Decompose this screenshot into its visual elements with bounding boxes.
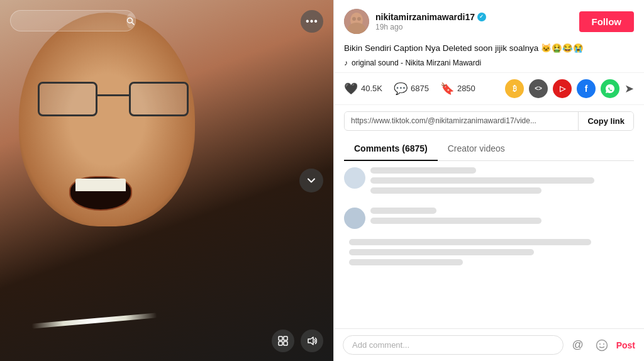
crypto-share-icon[interactable]: ₿	[505, 79, 524, 98]
video-controls	[272, 330, 323, 352]
tabs-row: Comments (6875) Creator videos	[344, 137, 634, 161]
caption-text: Bikin Sendiri Caption Nya Deleted soon j…	[344, 43, 634, 55]
glass-bridge	[97, 94, 129, 96]
follow-button[interactable]: Follow	[579, 11, 635, 32]
post-comment-button[interactable]: Post	[616, 340, 635, 350]
url-bar: https://www.tiktok.com/@nikitamirzanimaw…	[344, 111, 634, 131]
comment-content	[370, 167, 634, 197]
add-comment-bar: @ Post	[334, 328, 644, 361]
post-detail-panel: nikitamirzanimawardi17 ✓ 19h ago Follow …	[333, 0, 644, 361]
svg-point-14	[603, 343, 604, 345]
teeth	[75, 179, 126, 191]
comments-area[interactable]	[334, 161, 644, 328]
comment-line	[370, 208, 436, 214]
facebook-share-icon[interactable]: f	[577, 79, 596, 98]
comment-line	[370, 167, 476, 174]
svg-point-13	[599, 343, 601, 345]
username: nikitamirzanimawardi17	[375, 12, 475, 22]
tab-creator-videos[interactable]: Creator videos	[438, 137, 515, 161]
svg-rect-3	[284, 336, 287, 340]
sound-row: ♪ original sound - Nikita Mirzani Maward…	[344, 58, 634, 67]
search-input[interactable]	[17, 16, 123, 26]
emoji-icon[interactable]	[592, 336, 611, 355]
search-icon[interactable]	[126, 13, 135, 28]
comment-icon: 💬	[394, 82, 408, 96]
search-bar[interactable]	[10, 10, 136, 31]
comment-avatar	[344, 208, 365, 229]
post-header: nikitamirzanimawardi17 ✓ 19h ago Follow	[334, 0, 644, 40]
svg-point-10	[352, 17, 356, 21]
comment-action[interactable]: 💬 6875	[394, 82, 429, 96]
scroll-down-button[interactable]	[299, 169, 323, 192]
avatar	[344, 9, 369, 34]
heart-icon: 🖤	[344, 82, 358, 96]
code-share-icon[interactable]: <>	[529, 79, 548, 98]
comment-line	[349, 259, 463, 265]
layout-toggle-button[interactable]	[272, 330, 294, 352]
comment-item	[344, 167, 634, 197]
bookmarks-count: 2850	[457, 84, 475, 93]
copy-link-button[interactable]: Copy link	[578, 112, 633, 130]
glasses	[38, 82, 189, 119]
add-comment-input[interactable]	[343, 335, 564, 355]
action-bar: 🖤 40.5K 💬 6875 🔖 2850 ₿ <> ▷ f	[334, 72, 644, 105]
mention-icon[interactable]: @	[569, 336, 587, 355]
user-info: nikitamirzanimawardi17 ✓ 19h ago	[375, 12, 573, 31]
sound-button[interactable]	[301, 330, 323, 352]
whatsapp-share-icon[interactable]	[601, 79, 619, 98]
verified-badge: ✓	[477, 13, 486, 21]
svg-point-12	[596, 340, 607, 350]
bookmark-action[interactable]: 🔖 2850	[440, 82, 475, 96]
comment-content	[370, 208, 634, 228]
comment-line	[370, 187, 541, 194]
comment-line	[349, 239, 591, 245]
share-icons-group: ₿ <> ▷ f ➤	[505, 79, 634, 98]
caption-area: Bikin Sendiri Caption Nya Deleted soon j…	[334, 40, 644, 72]
comment-line	[370, 218, 541, 224]
more-options-button[interactable]: •••	[301, 10, 323, 33]
mouth	[69, 176, 132, 211]
video-content	[0, 0, 214, 239]
comment-line	[349, 249, 534, 255]
svg-rect-5	[284, 342, 287, 345]
tiktok-share-icon[interactable]: ▷	[553, 79, 572, 98]
comment-item	[344, 239, 634, 265]
svg-rect-4	[279, 342, 282, 345]
comment-avatar	[344, 167, 365, 189]
svg-point-11	[357, 17, 361, 21]
post-time: 19h ago	[375, 23, 573, 31]
glass-left	[38, 82, 97, 116]
likes-count: 40.5K	[361, 84, 382, 93]
bookmark-icon: 🔖	[440, 82, 454, 96]
svg-marker-6	[308, 337, 313, 345]
comments-count: 6875	[411, 84, 429, 93]
sound-label: original sound - Nikita Mirzani Mawardi	[352, 58, 481, 67]
music-icon: ♪	[344, 58, 348, 67]
tab-comments[interactable]: Comments (6875)	[344, 137, 438, 161]
username-row: nikitamirzanimawardi17 ✓	[375, 12, 573, 22]
glass-right	[129, 82, 189, 116]
url-text: https://www.tiktok.com/@nikitamirzanimaw…	[345, 112, 578, 130]
svg-line-1	[132, 22, 135, 25]
share-arrow-icon[interactable]: ➤	[625, 82, 634, 96]
video-player: •••	[0, 0, 333, 361]
svg-rect-2	[279, 336, 282, 340]
like-action[interactable]: 🖤 40.5K	[344, 82, 382, 96]
comment-item	[344, 208, 634, 229]
comment-line	[370, 177, 594, 184]
